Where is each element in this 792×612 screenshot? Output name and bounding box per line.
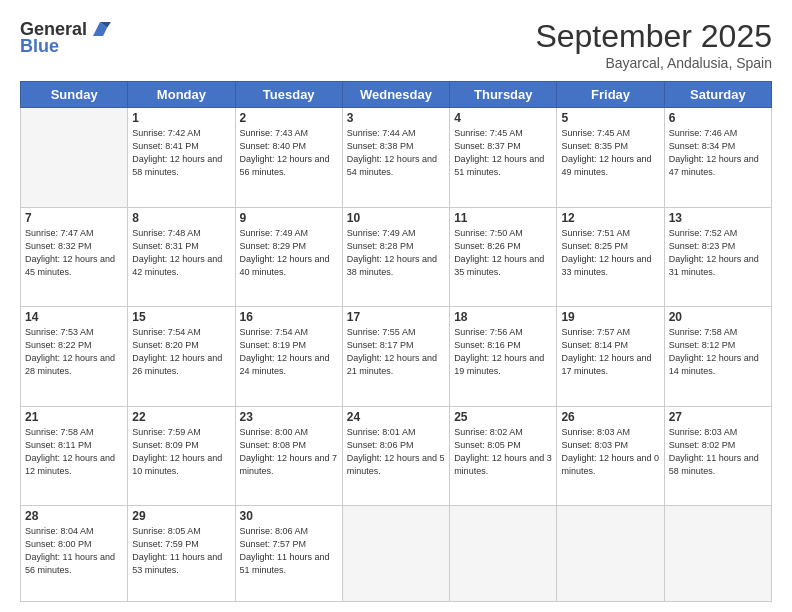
title-block: September 2025 Bayarcal, Andalusia, Spai… [535,18,772,71]
day-info: Sunrise: 7:49 AM Sunset: 8:29 PM Dayligh… [240,227,338,279]
table-cell: 14Sunrise: 7:53 AM Sunset: 8:22 PM Dayli… [21,307,128,407]
table-cell: 2Sunrise: 7:43 AM Sunset: 8:40 PM Daylig… [235,108,342,208]
day-number: 24 [347,410,445,424]
month-title: September 2025 [535,18,772,55]
day-info: Sunrise: 7:45 AM Sunset: 8:35 PM Dayligh… [561,127,659,179]
day-info: Sunrise: 8:06 AM Sunset: 7:57 PM Dayligh… [240,525,338,577]
day-info: Sunrise: 7:54 AM Sunset: 8:19 PM Dayligh… [240,326,338,378]
table-cell: 16Sunrise: 7:54 AM Sunset: 8:19 PM Dayli… [235,307,342,407]
table-cell [21,108,128,208]
logo: General Blue [20,18,111,57]
col-wednesday: Wednesday [342,82,449,108]
day-info: Sunrise: 7:52 AM Sunset: 8:23 PM Dayligh… [669,227,767,279]
table-cell: 3Sunrise: 7:44 AM Sunset: 8:38 PM Daylig… [342,108,449,208]
day-info: Sunrise: 7:44 AM Sunset: 8:38 PM Dayligh… [347,127,445,179]
table-cell: 26Sunrise: 8:03 AM Sunset: 8:03 PM Dayli… [557,406,664,506]
table-cell: 7Sunrise: 7:47 AM Sunset: 8:32 PM Daylig… [21,207,128,307]
day-info: Sunrise: 7:50 AM Sunset: 8:26 PM Dayligh… [454,227,552,279]
day-info: Sunrise: 7:46 AM Sunset: 8:34 PM Dayligh… [669,127,767,179]
table-cell: 23Sunrise: 8:00 AM Sunset: 8:08 PM Dayli… [235,406,342,506]
day-number: 12 [561,211,659,225]
day-number: 25 [454,410,552,424]
page: General Blue September 2025 Bayarcal, An… [0,0,792,612]
day-number: 26 [561,410,659,424]
table-cell: 30Sunrise: 8:06 AM Sunset: 7:57 PM Dayli… [235,506,342,602]
location: Bayarcal, Andalusia, Spain [535,55,772,71]
day-info: Sunrise: 7:57 AM Sunset: 8:14 PM Dayligh… [561,326,659,378]
day-number: 4 [454,111,552,125]
table-cell: 25Sunrise: 8:02 AM Sunset: 8:05 PM Dayli… [450,406,557,506]
day-info: Sunrise: 8:02 AM Sunset: 8:05 PM Dayligh… [454,426,552,478]
table-cell: 8Sunrise: 7:48 AM Sunset: 8:31 PM Daylig… [128,207,235,307]
col-thursday: Thursday [450,82,557,108]
table-cell: 19Sunrise: 7:57 AM Sunset: 8:14 PM Dayli… [557,307,664,407]
day-info: Sunrise: 7:58 AM Sunset: 8:12 PM Dayligh… [669,326,767,378]
day-info: Sunrise: 8:00 AM Sunset: 8:08 PM Dayligh… [240,426,338,478]
col-sunday: Sunday [21,82,128,108]
table-cell [342,506,449,602]
table-cell: 6Sunrise: 7:46 AM Sunset: 8:34 PM Daylig… [664,108,771,208]
day-info: Sunrise: 7:58 AM Sunset: 8:11 PM Dayligh… [25,426,123,478]
day-number: 1 [132,111,230,125]
table-cell [450,506,557,602]
day-number: 23 [240,410,338,424]
table-cell: 12Sunrise: 7:51 AM Sunset: 8:25 PM Dayli… [557,207,664,307]
day-info: Sunrise: 7:42 AM Sunset: 8:41 PM Dayligh… [132,127,230,179]
table-cell [557,506,664,602]
col-monday: Monday [128,82,235,108]
col-tuesday: Tuesday [235,82,342,108]
table-cell: 4Sunrise: 7:45 AM Sunset: 8:37 PM Daylig… [450,108,557,208]
table-cell: 20Sunrise: 7:58 AM Sunset: 8:12 PM Dayli… [664,307,771,407]
day-info: Sunrise: 8:03 AM Sunset: 8:03 PM Dayligh… [561,426,659,478]
day-number: 14 [25,310,123,324]
day-info: Sunrise: 8:01 AM Sunset: 8:06 PM Dayligh… [347,426,445,478]
day-info: Sunrise: 7:43 AM Sunset: 8:40 PM Dayligh… [240,127,338,179]
day-info: Sunrise: 7:48 AM Sunset: 8:31 PM Dayligh… [132,227,230,279]
table-cell: 10Sunrise: 7:49 AM Sunset: 8:28 PM Dayli… [342,207,449,307]
table-cell: 29Sunrise: 8:05 AM Sunset: 7:59 PM Dayli… [128,506,235,602]
day-info: Sunrise: 7:56 AM Sunset: 8:16 PM Dayligh… [454,326,552,378]
day-info: Sunrise: 8:03 AM Sunset: 8:02 PM Dayligh… [669,426,767,478]
header: General Blue September 2025 Bayarcal, An… [20,18,772,71]
table-cell: 11Sunrise: 7:50 AM Sunset: 8:26 PM Dayli… [450,207,557,307]
day-number: 29 [132,509,230,523]
table-cell: 28Sunrise: 8:04 AM Sunset: 8:00 PM Dayli… [21,506,128,602]
logo-blue-text: Blue [20,36,59,57]
table-cell: 24Sunrise: 8:01 AM Sunset: 8:06 PM Dayli… [342,406,449,506]
day-number: 6 [669,111,767,125]
day-info: Sunrise: 7:45 AM Sunset: 8:37 PM Dayligh… [454,127,552,179]
table-cell: 1Sunrise: 7:42 AM Sunset: 8:41 PM Daylig… [128,108,235,208]
day-info: Sunrise: 7:54 AM Sunset: 8:20 PM Dayligh… [132,326,230,378]
table-cell: 27Sunrise: 8:03 AM Sunset: 8:02 PM Dayli… [664,406,771,506]
day-number: 5 [561,111,659,125]
day-number: 20 [669,310,767,324]
day-info: Sunrise: 7:59 AM Sunset: 8:09 PM Dayligh… [132,426,230,478]
day-number: 17 [347,310,445,324]
day-number: 21 [25,410,123,424]
day-number: 30 [240,509,338,523]
calendar-table: Sunday Monday Tuesday Wednesday Thursday… [20,81,772,602]
logo-icon [89,18,111,40]
col-saturday: Saturday [664,82,771,108]
day-info: Sunrise: 8:04 AM Sunset: 8:00 PM Dayligh… [25,525,123,577]
calendar-header-row: Sunday Monday Tuesday Wednesday Thursday… [21,82,772,108]
day-number: 16 [240,310,338,324]
day-number: 10 [347,211,445,225]
table-cell: 5Sunrise: 7:45 AM Sunset: 8:35 PM Daylig… [557,108,664,208]
table-cell: 17Sunrise: 7:55 AM Sunset: 8:17 PM Dayli… [342,307,449,407]
day-info: Sunrise: 7:47 AM Sunset: 8:32 PM Dayligh… [25,227,123,279]
day-number: 3 [347,111,445,125]
day-number: 7 [25,211,123,225]
day-info: Sunrise: 7:53 AM Sunset: 8:22 PM Dayligh… [25,326,123,378]
table-cell: 18Sunrise: 7:56 AM Sunset: 8:16 PM Dayli… [450,307,557,407]
table-cell: 22Sunrise: 7:59 AM Sunset: 8:09 PM Dayli… [128,406,235,506]
day-info: Sunrise: 7:49 AM Sunset: 8:28 PM Dayligh… [347,227,445,279]
table-cell: 13Sunrise: 7:52 AM Sunset: 8:23 PM Dayli… [664,207,771,307]
day-number: 27 [669,410,767,424]
table-cell: 15Sunrise: 7:54 AM Sunset: 8:20 PM Dayli… [128,307,235,407]
day-info: Sunrise: 8:05 AM Sunset: 7:59 PM Dayligh… [132,525,230,577]
day-number: 22 [132,410,230,424]
day-number: 19 [561,310,659,324]
day-info: Sunrise: 7:51 AM Sunset: 8:25 PM Dayligh… [561,227,659,279]
table-cell: 9Sunrise: 7:49 AM Sunset: 8:29 PM Daylig… [235,207,342,307]
